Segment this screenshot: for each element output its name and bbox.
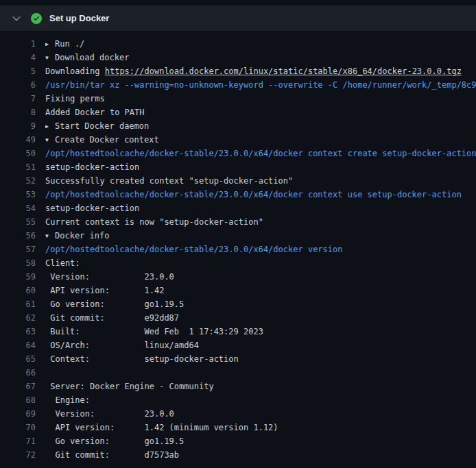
log-container: 1▶Run ./4▼Download docker5Downloading ht… xyxy=(0,31,476,468)
line-number[interactable]: 51 xyxy=(0,160,36,174)
line-number[interactable]: 60 xyxy=(0,284,36,297)
log-text: /usr/bin/tar xz --warning=no-unknown-key… xyxy=(45,78,476,92)
log-text: /opt/hostedtoolcache/docker-stable/23.0.… xyxy=(45,188,476,201)
log-text-segment: API version: 1.42 (minimum version 1.12) xyxy=(45,423,278,432)
log-group-toggle[interactable]: ▼Docker info xyxy=(45,229,476,243)
line-number[interactable]: 7 xyxy=(0,92,36,106)
log-text-segment: Engine: xyxy=(45,395,90,405)
line-number[interactable]: 57 xyxy=(0,243,36,256)
log-group-toggle[interactable]: ▶Start Docker daemon xyxy=(45,119,476,133)
log-text: Engine: xyxy=(45,393,476,407)
log-text: Client: xyxy=(45,256,476,270)
log-text xyxy=(45,366,476,380)
log-text-segment: Docker info xyxy=(55,231,109,241)
log-text: Added Docker to PATH xyxy=(45,106,476,119)
log-line: 57/opt/hostedtoolcache/docker-stable/23.… xyxy=(0,243,476,256)
line-number[interactable]: 6 xyxy=(0,78,36,92)
log-link[interactable]: https://download.docker.com/linux/static… xyxy=(105,66,462,76)
log-text-segment: Version: 23.0.0 xyxy=(45,409,174,419)
log-text-segment: /opt/hostedtoolcache/docker-stable/23.0.… xyxy=(45,149,476,158)
log-text-segment: Context: setup-docker-action xyxy=(45,354,239,364)
triangle-right-icon[interactable]: ▶ xyxy=(45,38,55,51)
log-text-segment: /opt/hostedtoolcache/docker-stable/23.0.… xyxy=(45,190,462,199)
log-text-segment: Go version: go1.19.5 xyxy=(45,436,184,446)
line-number[interactable]: 50 xyxy=(0,147,36,160)
log-text: Built: Wed Feb 1 17:43:29 2023 xyxy=(45,325,476,338)
line-number[interactable]: 8 xyxy=(0,106,36,119)
log-text: setup-docker-action xyxy=(45,201,476,215)
line-number[interactable]: 71 xyxy=(0,434,36,448)
line-number[interactable]: 69 xyxy=(0,407,36,421)
log-group-toggle[interactable]: ▶Run ./ xyxy=(45,37,476,51)
log-text-segment: Added Docker to PATH xyxy=(45,108,145,117)
line-number[interactable]: 53 xyxy=(0,188,36,201)
log-line: 7Fixing perms xyxy=(0,92,476,106)
log-line: 61 Go version: go1.19.5 xyxy=(0,297,476,311)
line-number[interactable]: 9 xyxy=(0,119,36,133)
step-title: Set up Docker xyxy=(49,13,109,23)
triangle-right-icon[interactable]: ▶ xyxy=(45,120,55,133)
log-line: 49▼Create Docker context xyxy=(0,133,476,147)
triangle-down-icon[interactable]: ▼ xyxy=(45,51,55,64)
line-number[interactable]: 59 xyxy=(0,270,36,284)
log-line: 1▶Run ./ xyxy=(0,37,476,51)
line-number[interactable]: 67 xyxy=(0,380,36,393)
log-text-segment: /opt/hostedtoolcache/docker-stable/23.0.… xyxy=(45,245,342,254)
log-line: 72 Git commit: d7573ab xyxy=(0,448,476,462)
log-text: Context: setup-docker-action xyxy=(45,352,476,366)
log-text-segment: Download docker xyxy=(55,53,129,62)
log-line: 55Current context is now "setup-docker-a… xyxy=(0,215,476,229)
log-line: 6/usr/bin/tar xz --warning=no-unknown-ke… xyxy=(0,78,476,92)
log-line: 51setup-docker-action xyxy=(0,160,476,174)
step-header[interactable]: Set up Docker xyxy=(0,5,476,31)
line-number[interactable]: 52 xyxy=(0,174,36,188)
line-number[interactable]: 5 xyxy=(0,64,36,78)
log-text: Go version: go1.19.5 xyxy=(45,434,476,448)
line-number[interactable]: 66 xyxy=(0,366,36,380)
log-text-segment: Built: Wed Feb 1 17:43:29 2023 xyxy=(45,327,263,336)
log-line: 62 Git commit: e92dd87 xyxy=(0,311,476,325)
line-number[interactable]: 56 xyxy=(0,229,36,243)
line-number[interactable]: 62 xyxy=(0,311,36,325)
line-number[interactable]: 54 xyxy=(0,201,36,215)
line-number[interactable]: 4 xyxy=(0,51,36,64)
line-number[interactable]: 72 xyxy=(0,448,36,462)
line-number[interactable]: 68 xyxy=(0,393,36,407)
log-text-segment: Create Docker context xyxy=(55,135,159,145)
log-text-segment: Go version: go1.19.5 xyxy=(45,299,184,309)
line-number[interactable]: 61 xyxy=(0,297,36,311)
log-text: Git commit: d7573ab xyxy=(45,448,476,462)
line-number[interactable]: 49 xyxy=(0,133,36,147)
log-line: 5Downloading https://download.docker.com… xyxy=(0,64,476,78)
line-number[interactable]: 64 xyxy=(0,338,36,352)
line-number[interactable]: 65 xyxy=(0,352,36,366)
log-line: 4▼Download docker xyxy=(0,51,476,64)
log-text-segment: Git commit: e92dd87 xyxy=(45,313,179,323)
line-number[interactable]: 70 xyxy=(0,421,36,434)
line-number[interactable]: 63 xyxy=(0,325,36,338)
log-group-toggle[interactable]: ▼Create Docker context xyxy=(45,133,476,147)
triangle-down-icon[interactable]: ▼ xyxy=(45,134,55,147)
log-text-segment: API version: 1.42 xyxy=(45,286,164,295)
line-number[interactable]: 55 xyxy=(0,215,36,229)
log-text: Fixing perms xyxy=(45,92,476,106)
log-text: Version: 23.0.0 xyxy=(45,270,476,284)
log-text-segment: Run ./ xyxy=(55,39,84,49)
line-number[interactable]: 58 xyxy=(0,256,36,270)
log-line: 68 Engine: xyxy=(0,393,476,407)
log-text-segment: /usr/bin/tar xz --warning=no-unknown-key… xyxy=(45,80,476,90)
log-text: Current context is now "setup-docker-act… xyxy=(45,215,476,229)
line-number[interactable]: 1 xyxy=(0,37,36,51)
log-line: 59 Version: 23.0.0 xyxy=(0,270,476,284)
triangle-down-icon[interactable]: ▼ xyxy=(45,230,55,243)
log-line: 54setup-docker-action xyxy=(0,201,476,215)
log-text: Successfully created context "setup-dock… xyxy=(45,174,476,188)
log-text-segment: Start Docker daemon xyxy=(55,121,149,131)
log-group-toggle[interactable]: ▼Download docker xyxy=(45,51,476,64)
log-text-segment: setup-docker-action xyxy=(45,162,139,172)
log-line: 70 API version: 1.42 (minimum version 1.… xyxy=(0,421,476,434)
log-text: /opt/hostedtoolcache/docker-stable/23.0.… xyxy=(45,243,476,256)
log-line: 52Successfully created context "setup-do… xyxy=(0,174,476,188)
log-line: 50/opt/hostedtoolcache/docker-stable/23.… xyxy=(0,147,476,160)
chevron-down-icon[interactable] xyxy=(11,13,22,24)
